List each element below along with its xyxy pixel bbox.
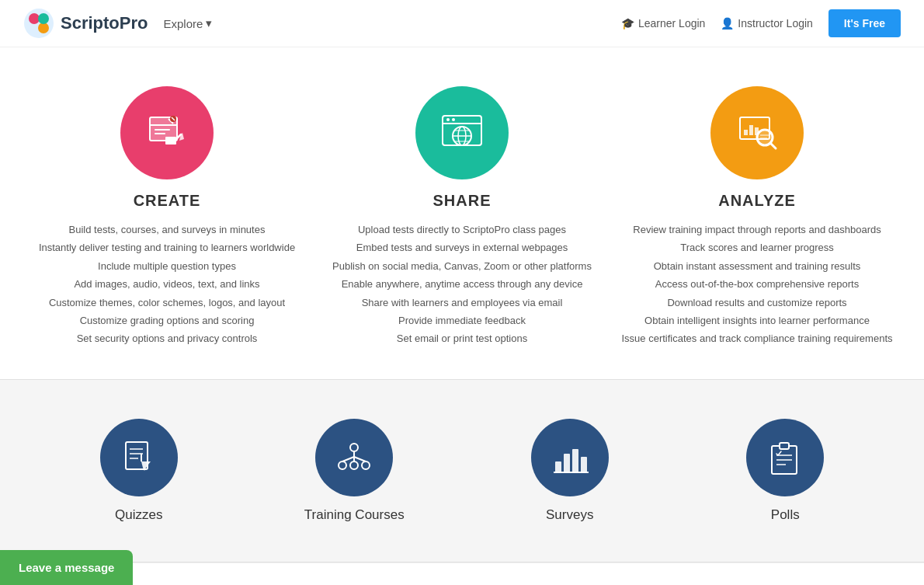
features-section: CREATE Build tests, courses, and surveys… xyxy=(0,47,924,379)
svg-point-41 xyxy=(350,461,358,469)
svg-point-2 xyxy=(38,23,49,33)
chevron-down-icon: ▾ xyxy=(206,16,212,30)
polls-icon xyxy=(766,438,804,477)
share-desc: Upload tests directly to ScriptoPro clas… xyxy=(326,221,598,348)
product-quizzes: Quizzes xyxy=(31,419,247,523)
analyze-icon xyxy=(734,110,780,156)
polls-icon-circle xyxy=(746,419,824,496)
svg-line-44 xyxy=(354,457,366,461)
svg-rect-48 xyxy=(581,457,587,472)
svg-point-17 xyxy=(446,118,450,121)
svg-line-43 xyxy=(342,457,354,461)
training-icon-circle xyxy=(315,419,393,496)
analyze-icon-circle xyxy=(710,86,804,179)
svg-point-38 xyxy=(350,444,358,451)
quizzes-icon-circle xyxy=(100,419,178,496)
create-icon xyxy=(144,110,190,156)
svg-point-3 xyxy=(38,13,49,24)
analyze-desc: Review training impact through reports a… xyxy=(621,221,893,348)
features-grid: CREATE Build tests, courses, and surveys… xyxy=(31,86,893,348)
quizzes-icon xyxy=(120,438,158,477)
svg-line-26 xyxy=(770,143,776,148)
share-title: SHARE xyxy=(326,192,598,210)
training-title: Training Courses xyxy=(247,507,463,523)
surveys-icon xyxy=(551,438,589,477)
analyze-title: ANALYZE xyxy=(621,192,893,210)
quizzes-title: Quizzes xyxy=(31,507,247,523)
svg-rect-27 xyxy=(744,130,748,135)
svg-rect-29 xyxy=(755,127,759,135)
footer-top: Learner Login Instructor Login Use for F… xyxy=(0,562,924,585)
products-section: Quizzes Training Courses xyxy=(0,380,924,562)
share-icon-circle xyxy=(415,86,509,179)
svg-point-1 xyxy=(29,13,40,24)
training-icon xyxy=(335,438,373,477)
svg-rect-51 xyxy=(780,443,789,449)
learner-login-link[interactable]: 🎓 Learner Login xyxy=(621,17,705,30)
surveys-title: Surveys xyxy=(462,507,678,523)
footer: Learner Login Instructor Login Use for F… xyxy=(0,562,924,585)
surveys-icon-circle xyxy=(531,419,609,496)
svg-rect-7 xyxy=(155,129,170,131)
svg-point-18 xyxy=(452,118,455,121)
polls-title: Polls xyxy=(678,507,894,523)
logo-text: ScriptoPro xyxy=(61,13,148,33)
svg-rect-8 xyxy=(155,133,165,134)
svg-point-39 xyxy=(339,461,346,469)
svg-rect-47 xyxy=(572,449,578,472)
svg-rect-28 xyxy=(749,125,753,135)
create-title: CREATE xyxy=(31,192,303,210)
create-icon-circle xyxy=(120,86,214,179)
instructor-login-link[interactable]: 👤 Instructor Login xyxy=(721,17,813,30)
feature-analyze: ANALYZE Review training impact through r… xyxy=(621,86,893,348)
svg-rect-46 xyxy=(564,454,570,472)
feature-share: SHARE Upload tests directly to ScriptoPr… xyxy=(326,86,598,348)
navbar: ScriptoPro Explore ▾ 🎓 Learner Login 👤 I… xyxy=(0,0,924,47)
nav-right: 🎓 Learner Login 👤 Instructor Login It's … xyxy=(621,9,901,37)
live-chat-button[interactable]: Leave a message xyxy=(0,550,133,585)
free-button[interactable]: It's Free xyxy=(828,9,901,37)
create-desc: Build tests, courses, and surveys in min… xyxy=(31,221,303,348)
product-training: Training Courses xyxy=(247,419,463,523)
product-surveys: Surveys xyxy=(462,419,678,523)
nav-left: ScriptoPro Explore ▾ xyxy=(23,8,212,39)
logo: ScriptoPro xyxy=(23,8,148,39)
person-icon: 👤 xyxy=(721,17,734,30)
products-grid: Quizzes Training Courses xyxy=(31,419,893,523)
share-icon xyxy=(439,110,485,156)
explore-button[interactable]: Explore ▾ xyxy=(163,16,212,30)
svg-rect-45 xyxy=(555,461,561,472)
graduation-icon: 🎓 xyxy=(621,17,634,30)
feature-create: CREATE Build tests, courses, and surveys… xyxy=(31,86,303,348)
svg-point-0 xyxy=(24,9,54,38)
product-polls: Polls xyxy=(678,419,894,523)
logo-icon xyxy=(23,8,54,39)
svg-point-40 xyxy=(362,461,370,469)
